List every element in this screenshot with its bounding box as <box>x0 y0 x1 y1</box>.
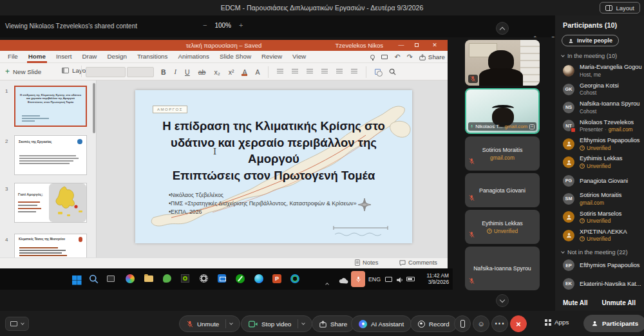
video-tile[interactable]: Eythimis Lekkas Unverified <box>465 210 540 244</box>
taskbar-search-icon[interactable] <box>89 274 99 284</box>
unmute-all-button[interactable]: Unmute All <box>602 299 636 306</box>
bullet-list-icon[interactable] <box>277 69 283 75</box>
tab-review[interactable]: Review <box>256 51 287 63</box>
tab-slide-show[interactable]: Slide Show <box>214 51 256 63</box>
participant-row[interactable]: SM Sotirios Moraitis gmail.com <box>555 190 644 208</box>
tab-animations[interactable]: Animations <box>173 51 214 63</box>
mute-all-button[interactable]: Mute All <box>563 299 588 306</box>
ai-assistant-button[interactable]: AI Assistant <box>351 315 412 332</box>
tab-home[interactable]: Home <box>23 51 51 63</box>
battery-icon[interactable] <box>406 277 415 281</box>
tab-view[interactable]: View <box>287 51 311 63</box>
thumbnail-scrollbar[interactable] <box>93 83 95 133</box>
decrease-indent-icon[interactable] <box>321 69 328 75</box>
participant-row[interactable]: PG Panagiota Giovani <box>555 171 644 189</box>
tab-file[interactable]: File <box>3 51 23 63</box>
expand-tile-icon[interactable]: + <box>529 124 535 129</box>
increase-indent-icon[interactable] <box>336 69 343 75</box>
bold-button[interactable]: B <box>161 68 166 76</box>
new-slide-button[interactable]: + New Slide <box>5 67 41 76</box>
subscript-button[interactable]: x₂ <box>214 68 220 76</box>
tab-transitions[interactable]: Transitions <box>132 51 173 63</box>
record-button[interactable]: Record <box>410 315 457 332</box>
video-tile[interactable]: Panagiota Giovani <box>465 173 540 207</box>
not-in-meeting-section[interactable]: Not in the meeting (22) <box>562 249 627 256</box>
task-view-icon[interactable] <box>107 275 117 285</box>
participant-row[interactable]: Maria-Evangelia Gogou Host, me <box>555 62 644 80</box>
strikethrough-button[interactable]: ab <box>198 68 206 76</box>
taskbar-clock[interactable]: 11:42 AM 3/9/2026 <box>415 273 449 285</box>
more-options-button[interactable]: ··· <box>491 315 508 332</box>
present-icon[interactable] <box>381 55 388 59</box>
slide-bullets[interactable]: •Νικόλαος Τζεβελέκος •ΠΜΣ «Στρατηγικές Δ… <box>169 191 357 216</box>
participant-row[interactable]: EP Efthymios Papapoulios <box>555 256 644 274</box>
ideas-icon[interactable] <box>370 55 375 59</box>
connect-device-button[interactable] <box>454 315 471 332</box>
photos-app-icon[interactable] <box>126 274 135 284</box>
font-size-input[interactable] <box>127 67 154 77</box>
underline-button[interactable]: U <box>185 68 190 76</box>
invite-people-button[interactable]: Invite people <box>562 35 619 46</box>
scroll-videos-down-button[interactable] <box>496 294 509 307</box>
minimize-button[interactable]: — <box>396 40 406 51</box>
file-explorer-icon[interactable] <box>144 274 154 283</box>
in-meeting-section[interactable]: In the meeting (10) <box>562 53 617 59</box>
participant-row[interactable]: Eythimis Lekkas Unverified <box>555 153 644 171</box>
caption-control[interactable] <box>5 317 29 331</box>
align-text-icon[interactable] <box>351 69 357 75</box>
comments-button[interactable]: Comments <box>399 259 437 266</box>
participant-row[interactable]: NS Nafsika-Ioanna Spyrou Cohost <box>555 98 644 117</box>
collapse-videos-button[interactable] <box>496 22 509 35</box>
edge-browser-icon[interactable] <box>254 274 264 284</box>
participant-row[interactable]: EK Ekaterini-Navsika Kat... <box>555 274 644 292</box>
mic-in-use-indicator[interactable] <box>351 271 365 287</box>
powerpoint-taskbar-icon[interactable] <box>272 274 282 284</box>
video-tile[interactable]: Nafsika-Ioanna Spyrou <box>465 247 540 290</box>
share-button[interactable]: Share <box>312 315 355 332</box>
numbered-list-icon[interactable] <box>292 69 298 75</box>
tab-insert[interactable]: Insert <box>51 51 77 63</box>
ppt-share-button[interactable]: Share <box>419 53 445 61</box>
tab-design[interactable]: Design <box>102 51 132 63</box>
onedrive-cloud-icon[interactable] <box>339 277 349 284</box>
participant-row[interactable]: ΧΡΙΣΤΙΝΑ ΛΕΚΚΑ Unverified <box>555 227 644 245</box>
participant-row[interactable]: Efthymios Papapoulios Unverified <box>555 135 644 153</box>
participants-button[interactable]: Participants <box>583 315 644 332</box>
slide-title[interactable]: Η επίδραση της Κλιματικής Κρίσης στο υδά… <box>135 118 412 183</box>
cast-display-icon[interactable] <box>385 277 392 282</box>
participant-row[interactable]: Sotiris Marselos Unverified <box>555 208 644 226</box>
participant-row[interactable]: NT Nikolaos Tzevelekos Presenter · gmail… <box>555 117 644 135</box>
arrange-shapes-icon[interactable] <box>375 69 381 75</box>
stop-video-button[interactable]: Stop video <box>241 315 312 332</box>
reactions-button[interactable]: ☺ <box>473 315 489 332</box>
undo-icon[interactable]: ↶ <box>394 53 400 61</box>
video-tile-active-speaker[interactable]: Nikolaos T... gmail.com + <box>465 88 540 134</box>
green-app-icon[interactable] <box>163 274 173 284</box>
settings-gear-icon[interactable] <box>200 274 209 284</box>
xbox-icon[interactable] <box>236 274 245 284</box>
apps-button[interactable]: Apps <box>545 319 569 326</box>
unmute-button[interactable]: Unmute <box>179 315 240 332</box>
volume-icon[interactable] <box>396 277 404 283</box>
mic-options-chevron[interactable] <box>229 321 233 325</box>
current-slide[interactable]: ΑΜΟΡΓΟΣ Η επίδραση της Κλιματικής Κρίσης… <box>135 90 412 243</box>
redo-icon[interactable]: ↷ <box>407 53 413 61</box>
maximize-button[interactable] <box>412 40 422 51</box>
participant-row[interactable]: GK Georgina Kotsi Cohost <box>555 80 644 98</box>
language-indicator[interactable]: ENG <box>368 276 381 283</box>
notes-button[interactable]: Notes <box>355 259 378 266</box>
thumbnail-slide-1[interactable]: Η επίδραση της Κλιματικής Κρίσης στο υδά… <box>14 86 87 127</box>
text-effects-button[interactable]: A <box>255 68 260 76</box>
video-tile-camera[interactable] <box>465 40 540 86</box>
leave-meeting-button[interactable]: × <box>510 315 527 332</box>
hidden-icons-chevron[interactable] <box>326 277 328 288</box>
close-button[interactable]: ✕ <box>430 40 440 51</box>
font-name-input[interactable] <box>86 67 126 77</box>
video-options-chevron[interactable] <box>301 321 305 325</box>
thumbnail-slide-3[interactable]: Γιατί Αμοργός; <box>14 183 87 223</box>
superscript-button[interactable]: x² <box>229 68 234 76</box>
thumbnail-slide-4[interactable]: Κλιματικές Τάσεις της Μεσογείου <box>14 234 87 257</box>
layout-button[interactable]: Layout <box>600 2 640 14</box>
italic-button[interactable]: I <box>175 68 177 75</box>
video-tile[interactable]: Sotirios Moraitis gmail.com <box>465 136 540 171</box>
